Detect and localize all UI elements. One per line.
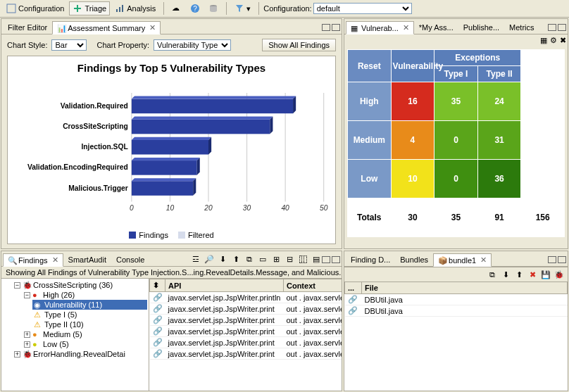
table-row[interactable]: 🔗javax.servlet.jsp.JspWriter.printlnout … [150, 292, 342, 303]
expand-icon[interactable]: + [24, 341, 30, 348]
bundle-tool-bug[interactable]: 🐞 [554, 269, 565, 280]
cell-vuln[interactable]: 10 [391, 160, 434, 198]
filter-button[interactable]: ▾ [231, 1, 254, 15]
bundle-tool-5[interactable]: 💾 [540, 269, 551, 280]
trace-icon: 🔗 [153, 327, 163, 335]
matrix-tool-1[interactable]: ▦ [540, 36, 547, 45]
table-row[interactable]: 🔗javax.servlet.jsp.JspWriter.printout . … [150, 303, 342, 315]
triage-perspective[interactable]: Triage [69, 1, 110, 15]
cell-t1[interactable]: 0 [434, 121, 478, 160]
cell-t2[interactable]: 36 [477, 160, 521, 198]
tab-close-icon[interactable]: ✕ [403, 23, 409, 32]
row-label[interactable]: Medium [348, 121, 392, 160]
hdr-dots[interactable]: ... [345, 282, 362, 294]
findings-tree[interactable]: −🐞CrossSiteScripting (36) −●High (26) ◉V… [1, 279, 149, 391]
table-row[interactable]: 🔗javax.servlet.jsp.JspWriter.printout . … [150, 315, 342, 326]
bundle-tool-3[interactable]: ⬆ [513, 269, 525, 280]
findings-tool-2[interactable]: 🔎 [204, 254, 215, 265]
table-row[interactable]: 🔗javax.servlet.jsp.JspWriter.printout . … [150, 326, 342, 337]
tree-errorhandling[interactable]: +🐞ErrorHandling.RevealDetai [13, 349, 147, 359]
grid-icon: ▦ [351, 24, 359, 32]
findings-tool-7[interactable]: ⊞ [270, 254, 282, 265]
minimize-button[interactable] [322, 256, 330, 263]
findings-tool-5[interactable]: ⧉ [244, 254, 255, 265]
cell-t2[interactable]: 24 [477, 82, 521, 121]
reset-button[interactable]: Reset [348, 50, 392, 82]
matrix-tool-2[interactable]: ⚙ [550, 36, 557, 45]
expand-icon[interactable]: + [14, 351, 20, 358]
table-row[interactable]: 🔗DBUtil.java [345, 305, 568, 317]
matrix-tool-3[interactable]: ✖ [560, 36, 566, 45]
tab-close-icon[interactable]: ✕ [149, 23, 156, 32]
maximize-button[interactable] [558, 256, 566, 263]
chart-style-select[interactable]: Bar [51, 39, 87, 51]
configuration-perspective[interactable]: Configuration [3, 1, 68, 15]
tab-filter-editor[interactable]: Filter Editor [3, 21, 52, 34]
tab-metrics[interactable]: Metrics [504, 21, 539, 34]
tab-finding-details[interactable]: Finding D... [346, 253, 395, 266]
findings-tool-8[interactable]: ⊟ [284, 254, 295, 265]
table-row[interactable]: 🔗javax.servlet.jsp.JspWriter.printout . … [150, 337, 342, 348]
findings-tool-6[interactable]: ▭ [257, 254, 268, 265]
hdr-file[interactable]: File [362, 282, 568, 294]
expand-icon[interactable]: + [24, 331, 30, 338]
tree-high[interactable]: −●High (26) [23, 290, 147, 300]
tree-type2[interactable]: ⚠Type II (10) [32, 320, 147, 329]
cloud-button[interactable]: ☁ [168, 1, 185, 15]
cell-vuln[interactable]: 16 [391, 82, 434, 121]
cell-t1[interactable]: 35 [434, 82, 478, 121]
tab-findings[interactable]: 🔍Findings✕ [3, 253, 63, 267]
table-row[interactable]: 🔗DBUtil.java [345, 294, 568, 305]
config-select[interactable]: default [313, 3, 412, 14]
bundle-tool-2[interactable]: ⬇ [500, 269, 511, 280]
svg-marker-29 [132, 137, 211, 140]
tab-close-icon[interactable]: ✕ [480, 255, 487, 265]
bundle-tool-1[interactable]: ⧉ [487, 269, 498, 280]
tab-bundles[interactable]: Bundles [395, 253, 433, 266]
hdr-api[interactable]: API [165, 279, 284, 292]
row-label[interactable]: High [348, 82, 392, 121]
table-row[interactable]: 🔗javax.servlet.jsp.JspWriter.printout . … [150, 348, 342, 360]
tree-medium[interactable]: +●Medium (5) [23, 329, 147, 339]
cell-vuln[interactable]: 4 [391, 121, 434, 160]
row-label[interactable]: Low [348, 160, 392, 198]
findings-tool-1[interactable]: ☲ [190, 254, 201, 265]
tab-vulnerability[interactable]: ▦Vulnerab...✕ [346, 21, 414, 34]
db-button[interactable] [205, 1, 222, 15]
tab-assessment-summary[interactable]: 📊 Assessment Summary ✕ [52, 21, 161, 34]
header-vulnerability: Vulnerability [391, 50, 434, 82]
tab-console[interactable]: Console [111, 253, 149, 266]
tab-bundle1[interactable]: 📦bundle1✕ [433, 253, 492, 267]
maximize-button[interactable] [332, 256, 340, 263]
svg-text:CrossSiteScripting: CrossSiteScripting [63, 122, 128, 130]
tree-type1[interactable]: ⚠Type I (5) [32, 310, 147, 320]
findings-tool-10[interactable]: ▤ [311, 254, 322, 265]
minimize-button[interactable] [548, 256, 556, 263]
tab-close-icon[interactable]: ✕ [52, 255, 58, 265]
findings-tool-3[interactable]: ⬇ [217, 254, 228, 265]
maximize-button[interactable] [558, 24, 566, 31]
help-button[interactable]: ? [187, 1, 204, 15]
cell-t2[interactable]: 31 [477, 121, 521, 160]
tab-published[interactable]: Publishe... [458, 21, 504, 34]
analysis-perspective[interactable]: Analysis [111, 1, 159, 15]
tree-vulnerability[interactable]: ◉Vulnerability (11) [32, 300, 147, 310]
collapse-icon[interactable]: − [24, 292, 30, 298]
tab-smartaudit[interactable]: SmartAudit [63, 253, 111, 266]
findings-tool-9[interactable]: ⿲ [297, 254, 308, 265]
minimize-button[interactable] [322, 24, 330, 31]
help-icon: ? [190, 4, 200, 13]
tree-low[interactable]: +●Low (5) [23, 339, 147, 349]
findings-tool-4[interactable]: ⬆ [230, 254, 242, 265]
cell-t1[interactable]: 0 [434, 160, 478, 198]
hdr-context[interactable]: Context [283, 279, 342, 292]
collapse-icon[interactable]: − [14, 282, 20, 289]
chart-prop-select[interactable]: Vulnerability Type [154, 39, 231, 51]
tab-my-assessment[interactable]: *My Ass... [414, 21, 458, 34]
show-all-findings-button[interactable]: Show All Findings [262, 39, 336, 51]
minimize-button[interactable] [548, 24, 556, 31]
maximize-button[interactable] [332, 24, 340, 31]
bundle-tool-delete[interactable]: ✖ [527, 269, 538, 280]
hdr-icon[interactable]: ⬍ [150, 279, 165, 292]
tree-crosssitescripting[interactable]: −🐞CrossSiteScripting (36) [13, 280, 147, 290]
